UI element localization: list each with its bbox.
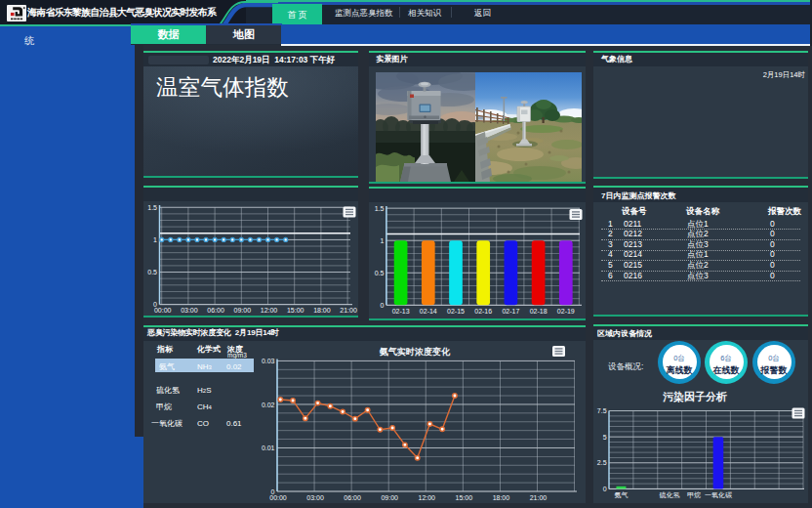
svg-text:03:00: 03:00: [181, 307, 198, 314]
svg-text:0: 0: [603, 486, 607, 492]
svg-text:02-14: 02-14: [419, 307, 436, 314]
svg-text:02-19: 02-19: [556, 307, 574, 314]
svg-text:02-16: 02-16: [474, 307, 492, 314]
svg-text:00:00: 00:00: [269, 493, 287, 500]
svg-text:02-17: 02-17: [502, 307, 519, 314]
svg-text:0.01: 0.01: [262, 444, 275, 451]
svg-text:0.03: 0.03: [262, 358, 275, 364]
svg-text:1.5: 1.5: [374, 204, 384, 211]
svg-text:15:00: 15:00: [456, 493, 473, 500]
svg-text:硫化氢: 硫化氢: [659, 491, 680, 499]
svg-text:0.02: 0.02: [262, 401, 275, 407]
svg-text:0.5: 0.5: [374, 269, 384, 275]
svg-text:00:00: 00:00: [154, 307, 172, 314]
svg-text:1.5: 1.5: [147, 204, 157, 211]
svg-text:09:00: 09:00: [381, 493, 398, 500]
svg-text:一氧化碳: 一氧化碳: [705, 491, 732, 499]
svg-text:21:00: 21:00: [340, 307, 357, 314]
svg-text:甲烷: 甲烷: [687, 491, 701, 499]
svg-text:1: 1: [380, 236, 384, 243]
svg-text:2.5: 2.5: [597, 459, 607, 466]
svg-text:1: 1: [153, 236, 157, 243]
svg-text:0: 0: [380, 302, 384, 309]
svg-text:5: 5: [603, 434, 607, 441]
svg-text:0.5: 0.5: [147, 269, 157, 275]
svg-text:02-15: 02-15: [447, 307, 465, 314]
svg-text:7.5: 7.5: [597, 407, 607, 414]
svg-text:12:00: 12:00: [261, 307, 278, 314]
svg-text:15:00: 15:00: [287, 307, 304, 314]
svg-text:03:00: 03:00: [306, 493, 324, 500]
svg-text:氨气实时浓度变化: 氨气实时浓度变化: [379, 345, 451, 356]
svg-text:06:00: 06:00: [344, 493, 361, 500]
svg-text:09:00: 09:00: [234, 307, 252, 314]
svg-text:06:00: 06:00: [207, 307, 224, 314]
svg-text:21:00: 21:00: [530, 493, 548, 500]
svg-text:氨气: 氨气: [614, 491, 628, 498]
svg-text:18:00: 18:00: [493, 493, 510, 500]
svg-text:02-18: 02-18: [529, 307, 547, 314]
svg-text:02-13: 02-13: [391, 307, 409, 314]
svg-text:18:00: 18:00: [313, 307, 331, 314]
svg-text:12:00: 12:00: [419, 493, 436, 500]
